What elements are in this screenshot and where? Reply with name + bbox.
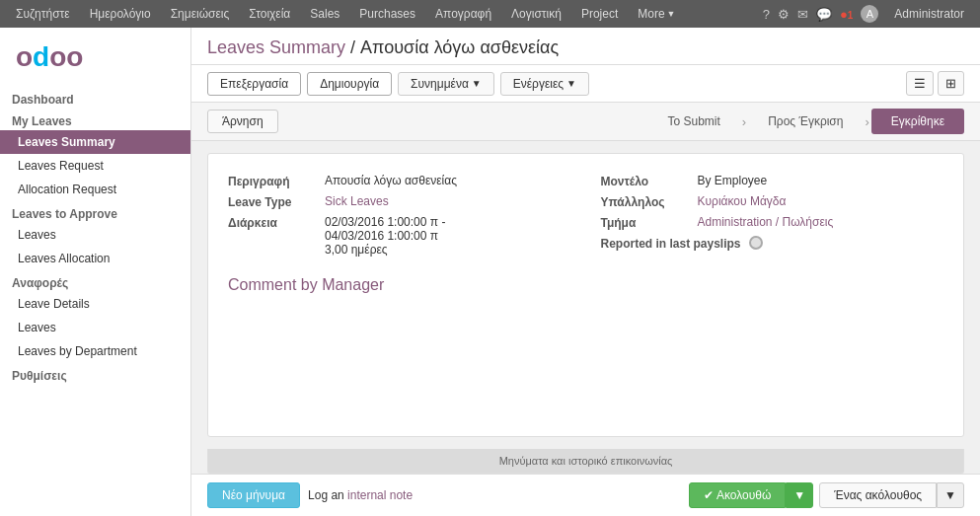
logo-area: odoo	[0, 28, 190, 87]
sidebar-item-leaves-summary[interactable]: Leaves Summary	[0, 130, 190, 154]
action-bar-right: ✔ Ακολουθώ ▼ Ένας ακόλουθος ▼	[689, 482, 964, 508]
breadcrumb-current: Απουσία λόγω ασθενείας	[360, 37, 559, 57]
sidebar-header-settings: Ρυθμίσεις	[0, 363, 190, 385]
help-icon[interactable]: ?	[763, 7, 770, 22]
follower-group: Ένας ακόλουθος ▼	[819, 482, 964, 508]
sidebar-item-allocation-request[interactable]: Allocation Request	[0, 178, 190, 201]
field-department: Τμήμα Administration / Πωλήσεις	[601, 215, 944, 230]
edit-button[interactable]: Επεξεργασία	[207, 72, 301, 96]
status-step-approval[interactable]: Προς Έγκριση	[748, 109, 863, 134]
synced-dropdown[interactable]: Συνημμένα ▼	[398, 72, 494, 96]
status-arrow-2: ›	[865, 114, 868, 129]
label-employee: Υπάλληλος	[601, 194, 690, 209]
odoo-logo: odoo	[16, 41, 83, 73]
nav-item-2[interactable]: Σημειώσεις	[163, 5, 238, 23]
nav-item-8[interactable]: Project	[573, 5, 626, 23]
nav-item-1[interactable]: Ημερολόγιο	[82, 5, 159, 23]
log-note-text: Log an internal note	[308, 488, 413, 502]
field-model: Μοντέλο By Employee	[601, 174, 944, 188]
log-note-link[interactable]: internal note	[347, 488, 413, 502]
navbar-right: ? ⚙ ✉ 💬 ●1 A Administrator	[763, 5, 972, 23]
content-area: Leaves Summary / Απουσία λόγω ασθενείας …	[191, 28, 980, 516]
chatter-bar: Μηνύματα και ιστορικό επικοινωνίας	[207, 449, 964, 474]
form-left: Περιγραφή Απουσία λόγω ασθενείας Leave T…	[228, 174, 571, 257]
nav-item-4[interactable]: Sales	[302, 5, 347, 23]
user-avatar: A	[861, 5, 878, 23]
actions-dropdown[interactable]: Ενέργειες ▼	[500, 72, 589, 96]
view-toggle: ☰ ⊞	[906, 71, 964, 96]
value-model: By Employee	[698, 174, 768, 187]
follower-button[interactable]: Ένας ακόλουθος	[819, 482, 937, 508]
form-grid: Περιγραφή Απουσία λόγω ασθενείας Leave T…	[228, 174, 943, 257]
chat-icon[interactable]: 💬	[816, 7, 832, 22]
sidebar-header-leaves-approve: Leaves to Approve	[0, 201, 190, 223]
field-description: Περιγραφή Απουσία λόγω ασθενείας	[228, 174, 571, 188]
label-model: Μοντέλο	[601, 174, 690, 188]
top-navbar: Συζητήστε Ημερολόγιο Σημειώσεις Στοιχεία…	[0, 0, 980, 28]
label-description: Περιγραφή	[228, 174, 317, 188]
value-description: Απουσία λόγω ασθενείας	[325, 174, 457, 187]
sidebar-header-dashboard: Dashboard	[0, 87, 190, 109]
nav-item-0[interactable]: Συζητήστε	[8, 5, 78, 23]
sidebar-header-reports: Αναφορές	[0, 270, 190, 292]
form-card: Περιγραφή Απουσία λόγω ασθενείας Leave T…	[207, 153, 964, 437]
status-bar: Άρνηση To Submit › Προς Έγκριση › Εγκρίθ…	[191, 103, 980, 141]
status-steps: To Submit › Προς Έγκριση › Εγκρίθηκε	[647, 109, 964, 134]
field-payslips: Reported in last payslips	[601, 236, 944, 251]
sidebar-item-leaves-by-dept[interactable]: Leaves by Department	[0, 339, 190, 363]
field-employee: Υπάλληλος Κυριάκου Μάγδα	[601, 194, 944, 209]
breadcrumb-parent[interactable]: Leaves Summary	[207, 37, 345, 57]
follower-caret-icon[interactable]: ▼	[937, 482, 964, 508]
nav-item-more[interactable]: More ▼	[630, 5, 683, 23]
nav-item-6[interactable]: Απογραφή	[427, 5, 499, 23]
refuse-button[interactable]: Άρνηση	[207, 110, 278, 133]
toolbar: Επεξεργασία Δημιουργία Συνημμένα ▼ Ενέργ…	[191, 65, 980, 103]
synced-caret-icon: ▼	[472, 78, 482, 89]
sidebar: odoo Dashboard My Leaves Leaves Summary …	[0, 28, 191, 516]
follow-button[interactable]: ✔ Ακολουθώ	[689, 482, 786, 508]
breadcrumb: Leaves Summary / Απουσία λόγω ασθενείας	[207, 37, 964, 58]
new-message-button[interactable]: Νέο μήνυμα	[207, 482, 300, 508]
field-duration: Διάρκεια 02/03/2016 1:00:00 π -04/03/201…	[228, 215, 571, 257]
field-leave-type: Leave Type Sick Leaves	[228, 194, 571, 209]
debug-icon[interactable]: ⚙	[778, 7, 790, 22]
payslips-checkbox[interactable]	[749, 236, 763, 250]
nav-item-5[interactable]: Purchases	[351, 5, 423, 23]
value-leave-type[interactable]: Sick Leaves	[325, 194, 389, 208]
label-payslips: Reported in last payslips	[601, 236, 741, 251]
value-employee[interactable]: Κυριάκου Μάγδα	[698, 194, 787, 208]
follow-caret-icon[interactable]: ▼	[786, 482, 813, 508]
status-step-approved[interactable]: Εγκρίθηκε	[871, 109, 964, 134]
list-view-icon[interactable]: ☰	[906, 71, 934, 96]
sidebar-item-leaves-report[interactable]: Leaves	[0, 316, 190, 339]
form-view-icon[interactable]: ⊞	[938, 71, 964, 96]
value-department[interactable]: Administration / Πωλήσεις	[698, 215, 834, 229]
status-arrow-1: ›	[742, 114, 746, 129]
nav-item-7[interactable]: Λογιστική	[503, 5, 569, 23]
breadcrumb-bar: Leaves Summary / Απουσία λόγω ασθενείας	[191, 28, 980, 65]
label-leave-type: Leave Type	[228, 194, 317, 209]
sidebar-item-leaves[interactable]: Leaves	[0, 223, 190, 247]
breadcrumb-separator: /	[350, 37, 360, 57]
action-bar: Νέο μήνυμα Log an internal note ✔ Ακολου…	[191, 474, 980, 516]
label-duration: Διάρκεια	[228, 215, 317, 230]
mail-icon[interactable]: ✉	[797, 7, 808, 22]
notif-badge[interactable]: ●1	[840, 7, 853, 22]
actions-caret-icon: ▼	[566, 78, 576, 89]
sidebar-header-myleaves: My Leaves	[0, 109, 190, 130]
admin-label[interactable]: Administrator	[886, 5, 972, 23]
nav-item-3[interactable]: Στοιχεία	[241, 5, 298, 23]
sidebar-item-leaves-allocation[interactable]: Leaves Allocation	[0, 247, 190, 270]
create-button[interactable]: Δημιουργία	[307, 72, 392, 96]
label-department: Τμήμα	[601, 215, 690, 230]
main-layout: odoo Dashboard My Leaves Leaves Summary …	[0, 28, 980, 516]
follow-group: ✔ Ακολουθώ ▼	[689, 482, 813, 508]
form-right: Μοντέλο By Employee Υπάλληλος Κυριάκου Μ…	[601, 174, 944, 257]
sidebar-item-leave-details[interactable]: Leave Details	[0, 292, 190, 316]
status-step-submit[interactable]: To Submit	[647, 109, 739, 134]
comment-title: Comment by Manager	[228, 276, 943, 294]
sidebar-item-leaves-request[interactable]: Leaves Request	[0, 154, 190, 178]
value-duration: 02/03/2016 1:00:00 π -04/03/2016 1:00:00…	[325, 215, 445, 257]
